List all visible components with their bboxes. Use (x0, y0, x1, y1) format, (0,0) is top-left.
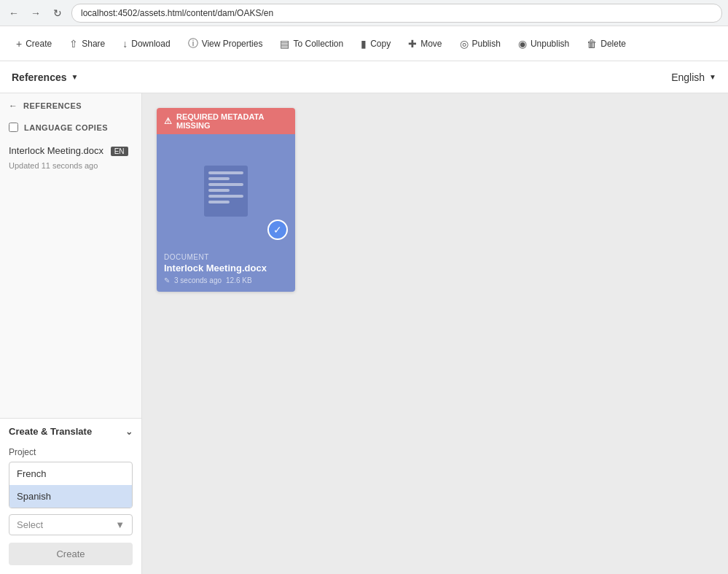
doc-line-2 (208, 177, 230, 180)
sidebar-back-button[interactable]: ← (9, 101, 17, 111)
unpublish-button[interactable]: ◉ Unpublish (511, 34, 576, 54)
project-dropdown-list: French Spanish (9, 462, 133, 508)
dropdown-item-french[interactable]: French (9, 462, 132, 485)
browser-bar: ← → ↻ (0, 0, 728, 26)
language-button[interactable]: English ▼ (671, 71, 716, 83)
doc-line-3 (208, 183, 243, 186)
warning-text: REQUIRED METADATA MISSING (176, 112, 288, 130)
publish-button[interactable]: ◎ Publish (453, 34, 508, 54)
document-icon (204, 166, 248, 217)
share-button[interactable]: ⇧ Share (62, 34, 112, 54)
references-heading: REFERENCES (23, 101, 82, 110)
dropdown-item-spanish[interactable]: Spanish (9, 485, 132, 508)
card-type-label: DOCUMENT (164, 253, 288, 261)
chevron-down-icon: ▼ (709, 73, 716, 81)
move-icon: ✚ (408, 38, 417, 50)
select-chevron-icon: ▼ (115, 519, 125, 530)
doc-line-5 (208, 195, 243, 198)
panel-content: Project French Spanish Select ▼ Create (0, 444, 141, 574)
file-updated-label: Updated 11 seconds ago (0, 161, 141, 170)
panel-chevron-icon: ⌄ (125, 427, 133, 437)
toolbar: + Create ⇧ Share ↓ Download ⓘ View Prope… (0, 26, 728, 61)
move-button[interactable]: ✚ Move (401, 34, 449, 54)
chevron-down-icon: ▼ (71, 73, 79, 81)
back-button[interactable]: ← (6, 5, 22, 21)
references-label: References (12, 71, 67, 83)
select-placeholder: Select (17, 519, 43, 530)
header-bar: References ▼ English ▼ (0, 61, 728, 93)
collection-icon: ▤ (280, 38, 289, 50)
card-timestamp: 3 seconds ago (174, 276, 222, 284)
language-copies-checkbox[interactable] (9, 123, 18, 132)
file-item: Interlock Meeting.docx EN (0, 138, 141, 159)
content-area: ⚠ REQUIRED METADATA MISSING ✓ DOCUMENT I… (142, 93, 728, 574)
references-button[interactable]: References ▼ (12, 71, 78, 83)
panel-header[interactable]: Create & Translate ⌄ (0, 419, 141, 444)
download-icon: ↓ (122, 38, 128, 50)
card-info: DOCUMENT Interlock Meeting.docx ✎ 3 seco… (157, 247, 295, 292)
doc-line-1 (208, 171, 243, 174)
language-copies-item[interactable]: LANGUAGE COPIES (0, 117, 141, 138)
download-button[interactable]: ↓ Download (115, 34, 177, 54)
share-icon: ⇧ (69, 38, 78, 50)
create-translate-panel: Create & Translate ⌄ Project French Span… (0, 418, 141, 574)
doc-line-6 (208, 201, 230, 203)
doc-line-4 (208, 189, 230, 192)
publish-icon: ◎ (460, 38, 469, 50)
reload-button[interactable]: ↻ (50, 5, 66, 21)
view-properties-button[interactable]: ⓘ View Properties (181, 33, 270, 55)
file-badge: EN (111, 147, 128, 156)
copy-button[interactable]: ▮ Copy (353, 34, 398, 54)
warning-bar: ⚠ REQUIRED METADATA MISSING (157, 108, 295, 134)
language-label: English (671, 71, 705, 83)
language-copies-label: LANGUAGE COPIES (24, 123, 108, 132)
create-button[interactable]: + Create (9, 34, 59, 54)
info-icon: ⓘ (188, 37, 198, 50)
project-label: Project (9, 447, 133, 457)
to-collection-button[interactable]: ▤ To Collection (273, 34, 351, 54)
plus-icon: + (16, 38, 22, 50)
card-thumbnail: ✓ (157, 134, 295, 247)
main-layout: ← REFERENCES LANGUAGE COPIES Interlock M… (0, 93, 728, 574)
pencil-icon: ✎ (164, 276, 170, 284)
copy-icon: ▮ (361, 38, 367, 50)
trash-icon: 🗑 (587, 38, 597, 50)
url-bar[interactable] (71, 4, 722, 23)
checkmark-icon: ✓ (267, 220, 288, 240)
card-meta: ✎ 3 seconds ago 12.6 KB (164, 276, 288, 284)
warning-icon: ⚠ (164, 116, 172, 126)
delete-button[interactable]: 🗑 Delete (579, 34, 633, 54)
panel-title: Create & Translate (9, 426, 92, 437)
sidebar: ← REFERENCES LANGUAGE COPIES Interlock M… (0, 93, 142, 574)
card-title: Interlock Meeting.docx (164, 263, 288, 274)
create-translate-button[interactable]: Create (9, 543, 133, 565)
forward-button[interactable]: → (28, 5, 44, 21)
asset-card[interactable]: ⚠ REQUIRED METADATA MISSING ✓ DOCUMENT I… (157, 108, 295, 292)
references-section-header: ← REFERENCES (0, 93, 141, 117)
unpublish-icon: ◉ (518, 38, 527, 50)
select-dropdown[interactable]: Select ▼ (9, 514, 133, 535)
file-name-label: Interlock Meeting.docx (9, 145, 103, 156)
card-filesize: 12.6 KB (226, 276, 252, 284)
